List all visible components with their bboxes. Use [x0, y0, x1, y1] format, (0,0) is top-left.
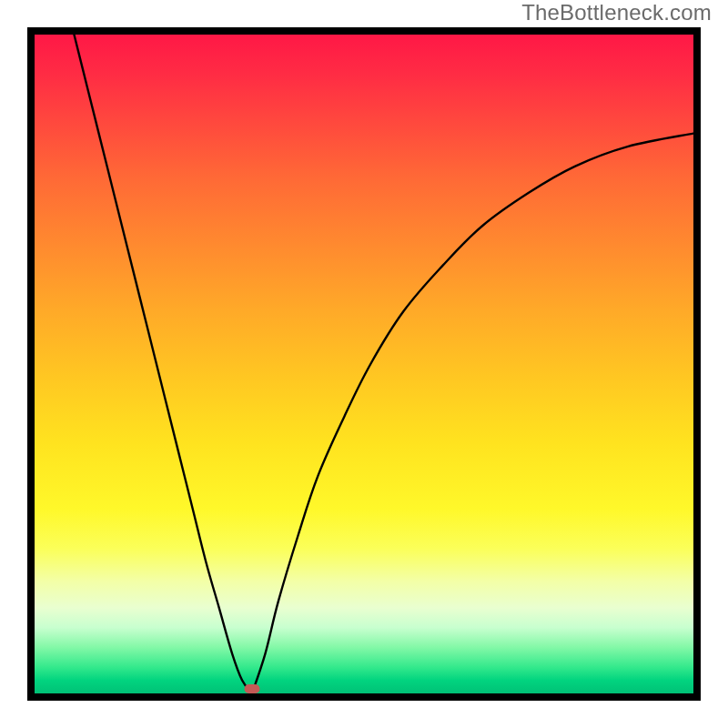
bottleneck-curve: [35, 35, 693, 693]
plot-frame: [27, 27, 701, 701]
curve-left-branch: [74, 35, 251, 693]
watermark-text: TheBottleneck.com: [521, 0, 712, 25]
plot-area: [35, 35, 693, 693]
curve-right-branch: [252, 134, 693, 693]
minimum-marker: [244, 684, 259, 693]
chart-root: TheBottleneck.com: [0, 0, 728, 728]
